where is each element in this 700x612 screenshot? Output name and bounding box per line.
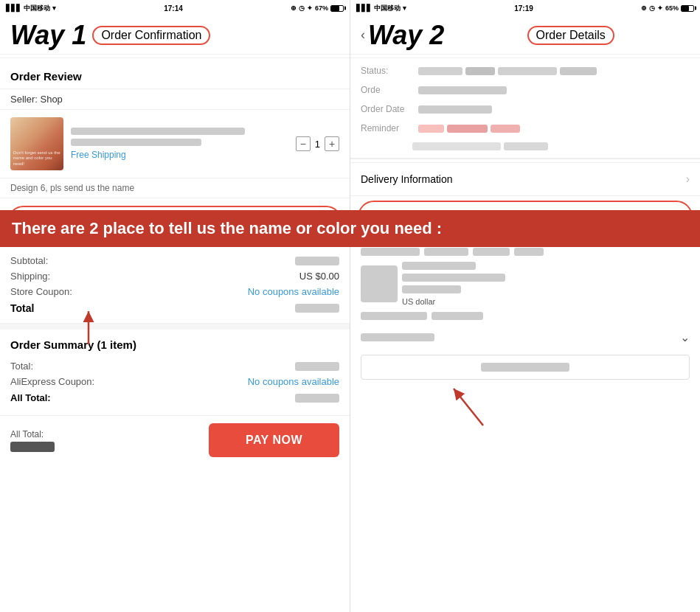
pay-total-label: All Total: [10, 429, 55, 439]
pay-now-button[interactable]: PAY NOW [209, 423, 339, 457]
left-panel: Way 1 Order Confirmation Order Review Se… [0, 16, 350, 612]
status-blur-3 [498, 67, 557, 75]
dropdown-blur [361, 333, 434, 341]
qty-number: 1 [315, 139, 320, 150]
battery-pct: 67% [315, 4, 328, 12]
total-label: Total [10, 302, 34, 314]
delivery-info-label: Delivery Information [361, 173, 453, 185]
status-label: Status: [361, 66, 412, 76]
store-coupon-value: No coupons available [248, 286, 339, 297]
store-coupon-row: Store Coupon: No coupons available [10, 284, 339, 299]
pay-section: All Total: PAY NOW [0, 415, 350, 467]
reminder-blurs [418, 125, 520, 133]
nav-title-left-text: Order Confirmation [101, 29, 201, 41]
product-text-blur-3 [402, 285, 461, 293]
delivery-info-row[interactable]: Delivery Information › [350, 162, 700, 196]
all-total-value [295, 394, 339, 403]
battery-icon-right [681, 5, 694, 12]
order-row: Orde [350, 80, 700, 100]
right-time: 17:19 [514, 4, 533, 13]
shipping-row: Shipping: US $0.00 [10, 268, 339, 284]
order-date-label: Order Date [361, 104, 412, 114]
product-text-blur-1 [402, 262, 476, 270]
left-battery-icons: ⊕ ◷ ✦ 67% [291, 4, 344, 12]
shipping-value: US $0.00 [299, 271, 339, 282]
headline-text: There are 2 place to tell us the name or… [12, 219, 442, 237]
total-row: Total [10, 299, 339, 317]
qty-minus-btn[interactable]: − [296, 136, 311, 151]
reminder-blur-4 [412, 142, 501, 150]
total2-label: Total: [10, 361, 33, 372]
total2-row: Total: [10, 358, 339, 374]
right-blur-1d [514, 248, 544, 256]
location-icon-right: ⊕ [641, 4, 647, 12]
main-content: Way 1 Order Confirmation Order Review Se… [0, 16, 700, 612]
input-blur [481, 363, 569, 372]
wifi-icon-right: ▾ [403, 4, 406, 12]
right-battery-icons: ⊕ ◷ ✦ 65% [641, 4, 694, 12]
reminder-blur-3 [491, 125, 520, 133]
status-bars: ▋▋▋ 中国移动 ▾ 17:14 ⊕ ◷ ✦ 67% ▋▋▋ 中国移动 ▾ 17… [0, 0, 700, 16]
reminder-section: Reminder [350, 119, 700, 155]
nav-title-right: Order Details [527, 26, 614, 45]
aliexpress-coupon-row: AliExpress Coupon: No coupons available [10, 374, 339, 389]
right-lower-section: US dollar ⌄ [350, 240, 700, 387]
divider-right-mid [350, 158, 700, 159]
shipping-label: Shipping: [10, 271, 50, 282]
order-date-row: Order Date [350, 100, 700, 119]
design-note: Design 6, pls send us the name [0, 178, 350, 198]
bluetooth-icon: ✦ [307, 4, 313, 12]
reminder-blur-2 [447, 125, 488, 133]
right-input-box[interactable] [361, 355, 690, 380]
status-blur-2 [465, 67, 495, 75]
signal-icon-right: ▋▋▋ [356, 4, 372, 12]
order-review-title: Order Review [0, 61, 350, 89]
qty-plus-btn[interactable]: + [325, 136, 339, 151]
right-blur-2a [361, 312, 427, 320]
right-status-bar: ▋▋▋ 中国移动 ▾ 17:19 ⊕ ◷ ✦ 65% [350, 0, 700, 16]
dropdown-row: ⌄ [361, 326, 690, 349]
delivery-chevron-icon: › [686, 173, 690, 186]
subtotal-row: Subtotal: [10, 253, 339, 268]
order-summary-section: Order Summary (1 item) Total: AliExpress… [0, 324, 350, 415]
alarm-icon: ◷ [299, 4, 305, 12]
reminder-blur-1 [418, 125, 444, 133]
subtotal-value [295, 257, 339, 265]
product-details: Free Shipping [71, 128, 288, 160]
left-time: 17:14 [164, 4, 183, 13]
carrier-name: 中国移动 [24, 4, 50, 13]
nav-title-right-text: Order Details [536, 29, 606, 41]
right-text-blurs: US dollar [402, 262, 505, 306]
product-name-blur-1 [71, 128, 245, 135]
right-blur-1a [361, 248, 420, 256]
headline-banner: There are 2 place to tell us the name or… [0, 210, 700, 247]
left-status-bar: ▋▋▋ 中国移动 ▾ 17:14 ⊕ ◷ ✦ 67% [0, 0, 350, 16]
status-row: Status: [350, 61, 700, 80]
seller-row: Seller: Shop [0, 89, 350, 110]
all-total-row: All Total: [10, 389, 339, 406]
pay-total-blur [10, 442, 55, 452]
way1-label: Way 1 [10, 20, 86, 51]
back-chevron-right[interactable]: ‹ [361, 27, 365, 43]
right-blur-1c [473, 248, 510, 256]
aliexpress-coupon-label: AliExpress Coupon: [10, 376, 94, 387]
nav-title-left: Order Confirmation [92, 26, 210, 45]
battery-pct-right: 65% [665, 4, 679, 12]
right-carrier-icons: ▋▋▋ 中国移动 ▾ [356, 4, 406, 13]
qty-controls: − 1 + [296, 136, 339, 151]
total-value [295, 304, 339, 313]
product-text-blur-2 [402, 274, 505, 282]
order-blur [418, 86, 507, 94]
right-blur-row-2 [361, 312, 690, 320]
reminder-blur-5 [504, 142, 548, 150]
right-blur-1b [424, 248, 468, 256]
seller-label: Seller: [10, 94, 38, 105]
total2-value [295, 362, 339, 371]
right-blur-row-1 [361, 248, 690, 256]
product-name-blur-2 [71, 139, 201, 146]
dropdown-chevron-icon[interactable]: ⌄ [680, 330, 690, 344]
bluetooth-icon-right: ✦ [657, 4, 663, 12]
product-image: Don't forget send us the name and color … [10, 117, 63, 170]
order-label: Orde [361, 85, 412, 95]
aliexpress-coupon-value: No coupons available [248, 376, 339, 387]
